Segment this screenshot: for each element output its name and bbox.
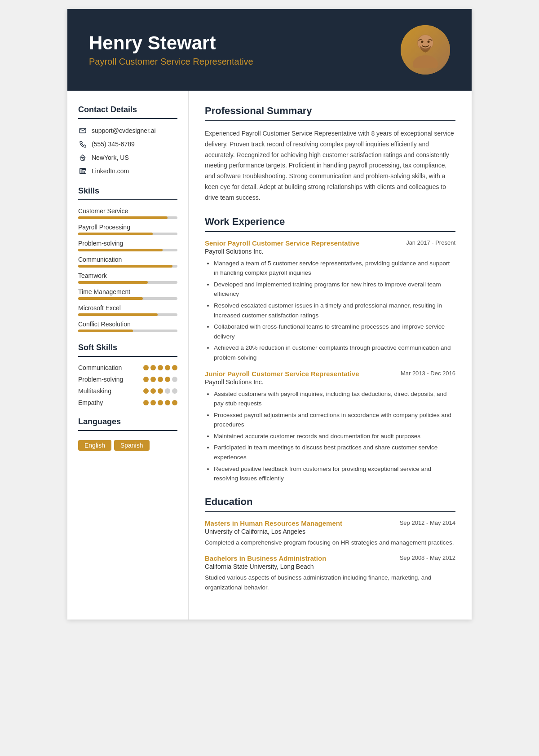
svg-point-4 xyxy=(428,41,430,43)
skill-bar-fill xyxy=(78,233,153,235)
education-section: Education Masters in Human Resources Man… xyxy=(205,496,455,593)
experience-section: Work Experience Senior Payroll Customer … xyxy=(205,216,455,483)
education-entry: Bachelors in Business Administration Sep… xyxy=(205,554,455,592)
skill-name: Payroll Processing xyxy=(78,224,177,231)
soft-skill-name: Multitasking xyxy=(78,387,111,395)
experience-divider xyxy=(205,231,455,232)
skills-list: Customer Service Payroll Processing Prob… xyxy=(78,207,177,332)
skill-bar-bg xyxy=(78,330,177,332)
home-icon xyxy=(78,153,87,162)
soft-skills-section: Soft Skills CommunicationProblem-solving… xyxy=(78,343,177,406)
skill-bar-bg xyxy=(78,281,177,284)
skill-name: Microsoft Excel xyxy=(78,304,177,312)
job-bullet: Maintained accurate customer records and… xyxy=(214,431,455,441)
job-bullet: Collaborated with cross-functional teams… xyxy=(214,322,455,341)
soft-skill-item: Problem-solving xyxy=(78,376,177,383)
linkedin-icon xyxy=(78,167,87,176)
skills-section-title: Skills xyxy=(78,186,177,196)
job-bullet: Received positive feedback from customer… xyxy=(214,464,455,483)
job-bullets: Managed a team of 5 customer service rep… xyxy=(214,259,455,363)
edu-school: California State University, Long Beach xyxy=(205,563,455,570)
skill-bar-bg xyxy=(78,313,177,316)
summary-title: Professional Summary xyxy=(205,105,455,117)
skill-dots xyxy=(143,400,177,405)
skill-item: Problem-solving xyxy=(78,240,177,251)
contact-section-title: Contact Details xyxy=(78,105,177,114)
contact-location: NewYork, US xyxy=(78,153,177,162)
skill-bar-bg xyxy=(78,216,177,219)
experience-title: Work Experience xyxy=(205,216,455,228)
skill-name: Teamwork xyxy=(78,272,177,279)
skill-dot xyxy=(158,400,163,405)
svg-point-10 xyxy=(80,169,82,170)
edu-description: Completed a comprehensive program focusi… xyxy=(205,538,455,548)
job-bullet: Managed a team of 5 customer service rep… xyxy=(214,259,455,278)
job-bullets: Assisted customers with payroll inquirie… xyxy=(214,389,455,483)
svg-rect-9 xyxy=(80,170,82,173)
skill-bar-bg xyxy=(78,233,177,235)
phone-icon xyxy=(78,140,87,149)
job-bullet: Participated in team meetings to discuss… xyxy=(214,443,455,462)
skill-name: Time Management xyxy=(78,288,177,295)
skill-dot xyxy=(172,365,177,370)
skill-dot xyxy=(172,388,177,394)
svg-point-2 xyxy=(418,35,433,50)
skill-dot xyxy=(158,377,163,382)
skill-dot xyxy=(165,377,170,382)
skill-dot xyxy=(165,400,170,405)
soft-skill-name: Problem-solving xyxy=(78,376,123,383)
skill-bar-fill xyxy=(78,281,148,284)
skill-bar-fill xyxy=(78,330,133,332)
skill-name: Problem-solving xyxy=(78,240,177,247)
skill-bar-fill xyxy=(78,249,163,251)
skill-dots xyxy=(143,365,177,370)
skill-item: Customer Service xyxy=(78,207,177,219)
skill-dot xyxy=(143,377,149,382)
skill-dots xyxy=(143,377,177,382)
skill-bar-fill xyxy=(78,313,158,316)
skill-dot xyxy=(150,365,156,370)
summary-divider xyxy=(205,120,455,121)
soft-skills-divider xyxy=(78,356,177,357)
skill-item: Time Management xyxy=(78,288,177,300)
skill-dot xyxy=(165,365,170,370)
skill-bar-fill xyxy=(78,265,172,268)
email-icon xyxy=(78,126,87,135)
jobs-list: Senior Payroll Customer Service Represen… xyxy=(205,239,455,483)
job-title: Junior Payroll Customer Service Represen… xyxy=(205,370,359,378)
skills-divider xyxy=(78,199,177,200)
job-date: Mar 2013 - Dec 2016 xyxy=(401,370,455,377)
skill-dot xyxy=(172,377,177,382)
skill-name: Conflict Resolution xyxy=(78,321,177,328)
job-bullet: Achieved a 20% reduction in customer com… xyxy=(214,343,455,362)
edu-header: Bachelors in Business Administration Sep… xyxy=(205,554,455,562)
skill-dot xyxy=(143,400,149,405)
education-divider xyxy=(205,511,455,512)
skill-dot xyxy=(150,388,156,394)
languages-section-title: Languages xyxy=(78,417,177,426)
sidebar: Contact Details support@cvdesigner.ai (5… xyxy=(67,91,189,620)
skill-name: Customer Service xyxy=(78,207,177,215)
skill-bar-bg xyxy=(78,297,177,300)
soft-skill-name: Empathy xyxy=(78,399,103,406)
candidate-name: Henry Stewart xyxy=(89,33,253,53)
languages-list: EnglishSpanish xyxy=(78,438,177,451)
svg-point-3 xyxy=(421,41,424,43)
education-title: Education xyxy=(205,496,455,508)
education-entry: Masters in Human Resources Management Se… xyxy=(205,519,455,548)
soft-skills-section-title: Soft Skills xyxy=(78,343,177,352)
edu-date: Sep 2008 - May 2012 xyxy=(400,554,455,561)
avatar xyxy=(401,25,450,75)
edu-title: Masters in Human Resources Management xyxy=(205,519,342,527)
job-bullet: Assisted customers with payroll inquirie… xyxy=(214,389,455,409)
main-content: Professional Summary Experienced Payroll… xyxy=(189,91,472,620)
skill-dot xyxy=(143,365,149,370)
job-bullet: Developed and implemented training progr… xyxy=(214,280,455,299)
contact-email: support@cvdesigner.ai xyxy=(78,126,177,135)
soft-skill-item: Communication xyxy=(78,364,177,371)
summary-section: Professional Summary Experienced Payroll… xyxy=(205,105,455,203)
skill-bar-bg xyxy=(78,249,177,251)
skill-name: Communication xyxy=(78,256,177,263)
skill-item: Communication xyxy=(78,256,177,268)
job-entry: Junior Payroll Customer Service Represen… xyxy=(205,370,455,483)
